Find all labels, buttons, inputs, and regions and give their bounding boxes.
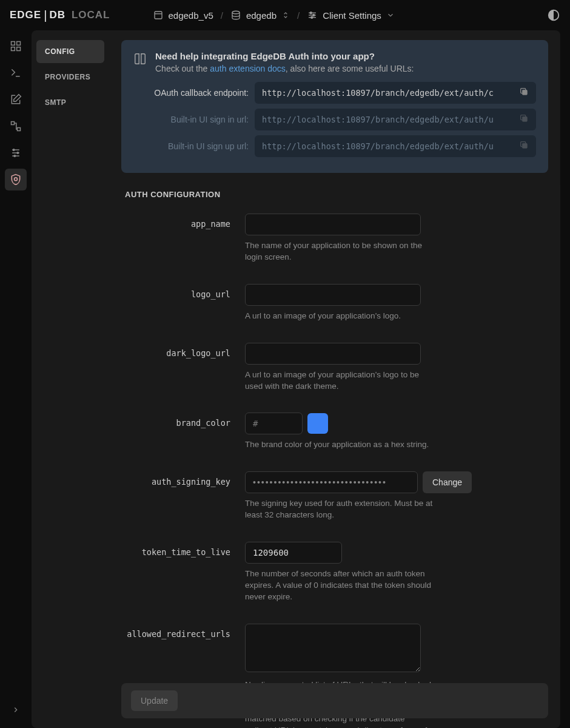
sidebar-item-label: PROVIDERS <box>45 73 90 81</box>
label-dark-logo-url: dark_logo_url <box>121 343 230 393</box>
crumb-sep: / <box>297 10 300 21</box>
crumb-sep: / <box>221 10 223 21</box>
label-token-ttl: token_time_to_live <box>121 542 230 603</box>
url-field-signin: http://localhost:10897/branch/edgedb/ext… <box>255 109 536 130</box>
input-redirect-urls[interactable] <box>245 624 421 672</box>
crumb-settings[interactable]: Client Settings <box>307 10 395 21</box>
copy-icon <box>519 113 529 123</box>
svg-point-23 <box>15 178 18 181</box>
change-key-button[interactable]: Change <box>423 471 472 493</box>
docs-link[interactable]: auth extension docs <box>210 64 286 73</box>
info-title: Need help integrating EdgeDB Auth into y… <box>155 51 414 61</box>
input-token-ttl[interactable] <box>245 542 342 564</box>
nav-rail <box>0 30 32 728</box>
crumb-database-label: edgedb <box>246 10 277 21</box>
row-logo-url: logo_url A url to an image of your appli… <box>121 284 548 322</box>
sidebar: CONFIG PROVIDERS SMTP <box>32 30 109 728</box>
tree-icon <box>10 120 22 132</box>
svg-point-20 <box>13 149 15 151</box>
svg-point-2 <box>232 11 240 14</box>
crumb-instance[interactable]: edgedb_v5 <box>153 10 213 21</box>
label-brand-color: brand_color <box>121 413 230 451</box>
input-dark-logo-url[interactable] <box>245 343 421 365</box>
terminal-icon <box>10 67 22 79</box>
svg-point-8 <box>311 16 313 18</box>
rail-editor[interactable] <box>5 89 27 110</box>
svg-rect-16 <box>18 128 21 131</box>
rail-dashboard[interactable] <box>5 35 27 57</box>
svg-rect-0 <box>155 12 162 19</box>
book-icon <box>133 52 147 66</box>
svg-rect-26 <box>522 143 527 148</box>
svg-rect-15 <box>12 122 15 125</box>
url-label: Built-in UI sign in url: <box>133 115 249 124</box>
svg-point-7 <box>313 15 315 16</box>
input-logo-url[interactable] <box>245 284 421 306</box>
crumb-settings-label: Client Settings <box>323 10 381 21</box>
section-title: AUTH CONFIGURATION <box>125 190 548 199</box>
help-app-name: The name of your application to be shown… <box>245 240 433 263</box>
instance-icon <box>153 10 164 21</box>
main-content: Need help integrating EdgeDB Auth into y… <box>109 30 560 728</box>
shield-icon <box>10 174 22 186</box>
copy-button[interactable] <box>519 113 531 126</box>
copy-button[interactable] <box>519 140 531 152</box>
url-label: Built-in UI sign up url: <box>133 141 249 151</box>
logo-divider: | <box>44 8 47 22</box>
breadcrumb: edgedb_v5 / edgedb / Client Settings <box>153 10 395 21</box>
theme-icon <box>547 8 560 22</box>
theme-toggle[interactable] <box>547 8 560 22</box>
sidebar-item-config[interactable]: CONFIG <box>36 40 104 63</box>
stack-icon <box>10 147 22 159</box>
svg-rect-11 <box>17 42 21 46</box>
color-swatch[interactable] <box>307 413 328 434</box>
logo[interactable]: EDGE | DB LOCAL <box>10 8 110 22</box>
rail-auth[interactable] <box>5 169 27 190</box>
chevron-updown-icon <box>281 11 290 19</box>
copy-icon <box>519 140 529 150</box>
help-signing-key: The signing key used for auth extension.… <box>245 498 433 521</box>
crumb-database[interactable]: edgedb <box>230 10 290 21</box>
sliders-icon <box>307 10 318 21</box>
sidebar-item-label: SMTP <box>45 98 66 107</box>
svg-rect-12 <box>12 47 15 51</box>
url-row-signin: Built-in UI sign in url: http://localhos… <box>133 109 536 130</box>
signing-key-mask: •••••••••••••••••••••••••••••••• <box>245 471 418 493</box>
rail-schema[interactable] <box>5 115 27 137</box>
sidebar-item-providers[interactable]: PROVIDERS <box>36 66 104 89</box>
url-field-signup: http://localhost:10897/branch/edgedb/ext… <box>255 135 536 157</box>
svg-rect-13 <box>17 47 21 51</box>
update-button[interactable]: Update <box>131 690 178 711</box>
copy-icon <box>519 87 529 96</box>
url-field-oauth: http://localhost:10897/branch/edgedb/ext… <box>255 82 536 104</box>
row-signing-key: auth_signing_key •••••••••••••••••••••••… <box>121 471 548 521</box>
url-row-signup: Built-in UI sign up url: http://localhos… <box>133 135 536 157</box>
logo-local: LOCAL <box>72 9 110 21</box>
help-token-ttl: The number of seconds after which an aut… <box>245 568 433 603</box>
help-dark-logo-url: A url to an image of your application's … <box>245 369 433 393</box>
rail-expand[interactable] <box>5 699 27 721</box>
sidebar-item-smtp[interactable]: SMTP <box>36 91 104 114</box>
url-label: OAuth callback endpoint: <box>133 88 249 98</box>
edit-icon <box>10 93 22 106</box>
help-logo-url: A url to an image of your application's … <box>245 311 433 322</box>
grid-icon <box>10 40 22 52</box>
svg-rect-10 <box>12 42 15 46</box>
svg-point-21 <box>17 152 19 154</box>
svg-rect-24 <box>522 90 527 95</box>
input-brand-color[interactable] <box>245 413 303 434</box>
logo-edge: EDGE <box>10 9 41 21</box>
label-app-name: app_name <box>121 214 230 263</box>
rail-data[interactable] <box>5 142 27 164</box>
input-app-name[interactable] <box>245 214 421 235</box>
row-brand-color: brand_color The brand color of your appl… <box>121 413 548 451</box>
rail-repl[interactable] <box>5 62 27 84</box>
copy-button[interactable] <box>519 87 531 99</box>
chevron-down-icon <box>386 11 395 19</box>
chevron-right-icon <box>12 706 20 714</box>
database-icon <box>230 10 241 21</box>
update-bar: Update <box>121 683 548 718</box>
crumb-instance-label: edgedb_v5 <box>169 10 213 21</box>
info-box: Need help integrating EdgeDB Auth into y… <box>121 40 548 173</box>
row-dark-logo-url: dark_logo_url A url to an image of your … <box>121 343 548 393</box>
